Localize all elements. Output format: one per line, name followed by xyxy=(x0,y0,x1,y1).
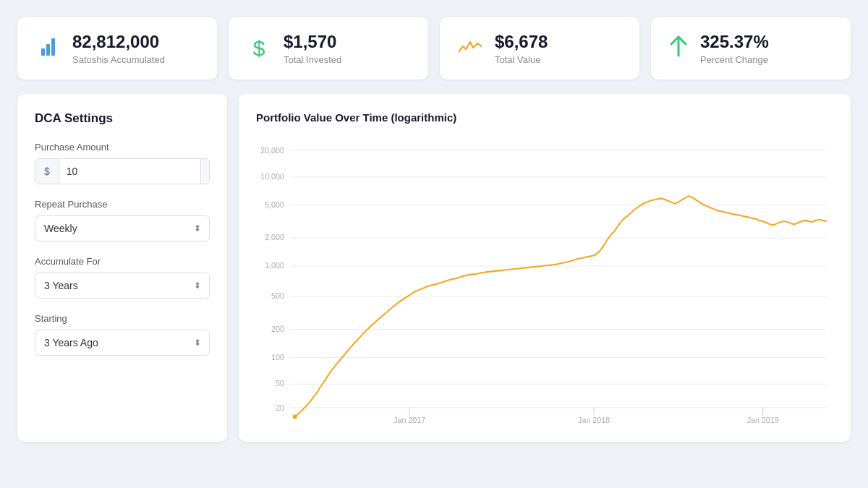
purchase-amount-group: Purchase Amount $ .00 xyxy=(35,142,210,184)
invested-card: $ $1,570 Total Invested xyxy=(229,17,428,80)
purchase-amount-label: Purchase Amount xyxy=(35,142,210,153)
total-value-value: $6,678 xyxy=(495,32,548,53)
accumulate-for-group: Accumulate For 1 Year 2 Years 3 Years 5 … xyxy=(35,256,210,299)
svg-text:2,000: 2,000 xyxy=(265,233,284,241)
starting-group: Starting 1 Year Ago 2 Years Ago 3 Years … xyxy=(35,313,210,356)
svg-text:20: 20 xyxy=(276,403,284,411)
dollar-icon: $ xyxy=(246,36,272,61)
svg-text:Jan 2019: Jan 2019 xyxy=(747,415,779,424)
portfolio-chart: 20,000 10,000 5,000 2,000 1,000 500 200 … xyxy=(256,135,833,424)
total-value-card: $6,678 Total Value xyxy=(440,17,639,80)
percent-value: 325.37% xyxy=(700,32,769,53)
svg-text:20,000: 20,000 xyxy=(260,146,284,155)
percent-info: 325.37% Percent Change xyxy=(700,32,769,65)
svg-text:100: 100 xyxy=(271,352,284,361)
svg-text:1,000: 1,000 xyxy=(265,261,284,270)
total-value-info: $6,678 Total Value xyxy=(495,32,548,65)
bar-chart-icon xyxy=(35,35,61,61)
invested-value: $1,570 xyxy=(284,32,341,53)
svg-text:Jan 2018: Jan 2018 xyxy=(578,415,610,424)
starting-select-wrapper: 1 Year Ago 2 Years Ago 3 Years Ago 5 Yea… xyxy=(35,330,210,356)
dollar-prefix: $ xyxy=(35,159,59,184)
chart-panel: Portfolio Value Over Time (logarithmic) … xyxy=(239,94,851,442)
accumulate-select-wrapper: 1 Year 2 Years 3 Years 5 Years ⬍ xyxy=(35,273,210,299)
repeat-purchase-label: Repeat Purchase xyxy=(35,199,210,210)
settings-title: DCA Settings xyxy=(35,111,210,126)
chart-title: Portfolio Value Over Time (logarithmic) xyxy=(256,111,833,124)
svg-text:50: 50 xyxy=(276,379,284,388)
svg-text:500: 500 xyxy=(271,291,284,300)
wave-icon xyxy=(457,37,483,60)
decimal-suffix: .00 xyxy=(200,159,210,184)
svg-text:Jan 2017: Jan 2017 xyxy=(393,415,425,424)
repeat-purchase-select-wrapper: Daily Weekly Monthly ⬍ xyxy=(35,215,210,241)
repeat-purchase-group: Repeat Purchase Daily Weekly Monthly ⬍ xyxy=(35,199,210,241)
invested-info: $1,570 Total Invested xyxy=(284,32,341,65)
bottom-section: DCA Settings Purchase Amount $ .00 Repea… xyxy=(17,94,851,442)
chart-area: 20,000 10,000 5,000 2,000 1,000 500 200 … xyxy=(256,135,833,424)
satoshis-card: 82,812,000 Satoshis Accumulated xyxy=(17,17,217,80)
starting-select[interactable]: 1 Year Ago 2 Years Ago 3 Years Ago 5 Yea… xyxy=(35,330,210,356)
purchase-amount-input-wrapper: $ .00 xyxy=(35,158,210,184)
svg-text:5,000: 5,000 xyxy=(265,200,284,208)
total-value-label: Total Value xyxy=(495,54,548,65)
purchase-amount-input[interactable] xyxy=(59,159,200,184)
arrow-up-icon xyxy=(668,34,689,62)
satoshis-value: 82,812,000 xyxy=(72,32,165,53)
svg-point-27 xyxy=(293,414,297,419)
svg-text:200: 200 xyxy=(271,324,284,333)
invested-label: Total Invested xyxy=(284,54,341,65)
starting-label: Starting xyxy=(35,313,210,324)
percent-label: Percent Change xyxy=(700,54,769,65)
svg-text:10,000: 10,000 xyxy=(260,171,284,180)
satoshis-info: 82,812,000 Satoshis Accumulated xyxy=(72,32,165,65)
repeat-purchase-select[interactable]: Daily Weekly Monthly xyxy=(35,215,210,241)
accumulate-for-label: Accumulate For xyxy=(35,256,210,267)
percent-card: 325.37% Percent Change xyxy=(651,17,851,80)
top-cards-section: 82,812,000 Satoshis Accumulated $ $1,570… xyxy=(17,17,851,80)
accumulate-for-select[interactable]: 1 Year 2 Years 3 Years 5 Years xyxy=(35,273,210,299)
settings-panel: DCA Settings Purchase Amount $ .00 Repea… xyxy=(17,94,227,442)
satoshis-label: Satoshis Accumulated xyxy=(72,54,165,65)
